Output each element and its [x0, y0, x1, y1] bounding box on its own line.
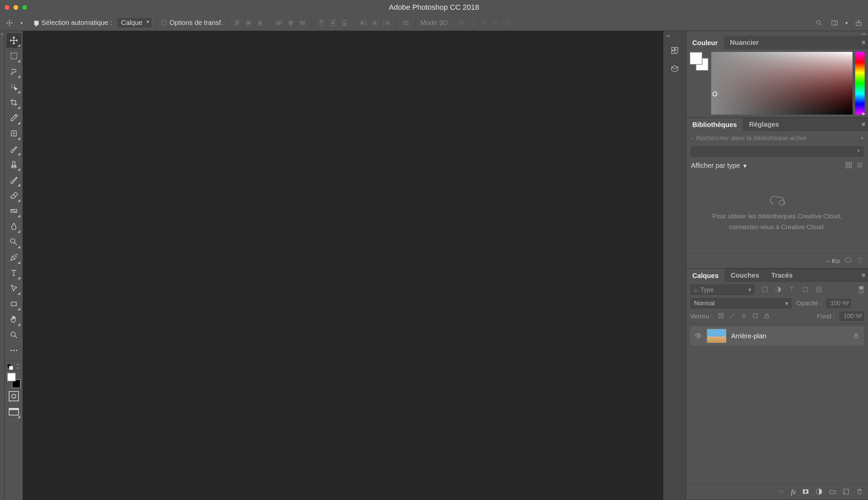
- align-bottom-icon[interactable]: [255, 18, 265, 27]
- tab-libraries[interactable]: Bibliothèques: [686, 117, 743, 131]
- distribute-top-icon[interactable]: [316, 18, 326, 27]
- align-vcenter-icon[interactable]: [244, 18, 253, 27]
- grid-view-icon[interactable]: [845, 161, 853, 170]
- lock-position-icon[interactable]: [741, 312, 747, 320]
- filter-smart-icon[interactable]: [815, 286, 823, 294]
- crop-tool[interactable]: [7, 95, 21, 110]
- tab-color[interactable]: Couleur: [686, 36, 724, 49]
- align-hcenter-icon[interactable]: [286, 18, 296, 27]
- screen-mode-button[interactable]: [7, 404, 21, 419]
- lock-transparent-icon[interactable]: [717, 312, 724, 320]
- auto-select-checkbox[interactable]: ✓ Sélection automatique :: [34, 19, 112, 27]
- opacity-input[interactable]: 100 %: [826, 299, 851, 308]
- color-fg-bg-swatch[interactable]: [690, 52, 709, 71]
- filter-pixel-icon[interactable]: [761, 286, 769, 294]
- collapse-panels-icon[interactable]: ‹‹: [663, 33, 670, 38]
- delete-layer-icon[interactable]: [856, 488, 863, 496]
- tab-layers[interactable]: Calques: [686, 269, 725, 282]
- library-search-input[interactable]: [696, 134, 859, 142]
- dodge-tool[interactable]: [7, 235, 21, 249]
- foreground-color-swatch[interactable]: [690, 52, 702, 65]
- quick-mask-button[interactable]: [7, 389, 21, 404]
- visibility-toggle-icon[interactable]: [695, 332, 702, 340]
- dockstrip-left[interactable]: ››: [0, 31, 5, 500]
- adjustment-layer-icon[interactable]: [815, 488, 823, 496]
- fill-input[interactable]: 100 %: [840, 312, 864, 321]
- tab-paths[interactable]: Tracés: [765, 269, 799, 282]
- lock-icon[interactable]: [853, 332, 859, 340]
- zoom-tool[interactable]: [7, 328, 21, 342]
- link-layers-icon[interactable]: [778, 488, 785, 496]
- 3d-pan-icon[interactable]: [479, 18, 489, 27]
- hand-tool[interactable]: [7, 312, 21, 327]
- lock-all-icon[interactable]: [764, 312, 770, 320]
- align-left-icon[interactable]: [275, 18, 284, 27]
- swap-colors-icon[interactable]: [15, 364, 21, 370]
- maximize-window-icon[interactable]: [22, 5, 27, 10]
- tab-adjustments[interactable]: Réglages: [743, 117, 785, 131]
- lasso-tool[interactable]: [7, 64, 21, 79]
- move-tool[interactable]: [7, 33, 21, 48]
- lock-artboard-icon[interactable]: [752, 312, 759, 320]
- distribute-bottom-icon[interactable]: [340, 18, 349, 27]
- distribute-left-icon[interactable]: [359, 18, 368, 27]
- layer-row[interactable]: Arrière-plan: [690, 326, 865, 346]
- marquee-tool[interactable]: [7, 48, 21, 63]
- chevron-down-icon[interactable]: ▾: [861, 136, 863, 140]
- type-tool[interactable]: [7, 265, 21, 280]
- layer-name[interactable]: Arrière-plan: [731, 332, 766, 340]
- transform-controls-checkbox[interactable]: Options de transf.: [162, 19, 223, 27]
- path-select-tool[interactable]: [7, 281, 21, 296]
- tool-preset-dropdown-icon[interactable]: ▾: [19, 18, 24, 27]
- eyedropper-tool[interactable]: [7, 111, 21, 125]
- cloud-sync-icon[interactable]: [844, 257, 852, 265]
- pen-tool[interactable]: [7, 250, 21, 265]
- 3d-slide-icon[interactable]: [491, 18, 500, 27]
- panel-menu-icon[interactable]: ≡: [861, 121, 865, 128]
- properties-panel-icon[interactable]: [669, 62, 681, 75]
- rectangle-shape-tool[interactable]: [7, 296, 21, 311]
- chevron-down-icon[interactable]: ▾: [845, 20, 848, 26]
- 3d-camera-icon[interactable]: [502, 18, 512, 27]
- clone-stamp-tool[interactable]: [7, 157, 21, 172]
- align-right-icon[interactable]: [298, 18, 307, 27]
- collapse-all-icon[interactable]: ››: [686, 31, 868, 36]
- canvas-area[interactable]: [23, 31, 663, 500]
- layer-style-icon[interactable]: fx: [791, 488, 796, 496]
- list-view-icon[interactable]: [856, 161, 863, 170]
- auto-select-target-select[interactable]: Calque: [117, 17, 152, 28]
- layer-group-icon[interactable]: [829, 488, 836, 496]
- edit-toolbar-button[interactable]: [7, 343, 21, 358]
- library-filter-dropdown[interactable]: Afficher par type ▾: [691, 162, 747, 170]
- panel-menu-icon[interactable]: ≡: [861, 39, 865, 46]
- distribute-hcenter-icon[interactable]: [370, 18, 380, 27]
- filter-type-icon[interactable]: [788, 286, 795, 294]
- gradient-tool[interactable]: [7, 204, 21, 218]
- history-brush-tool[interactable]: [7, 172, 21, 188]
- align-top-icon[interactable]: [232, 18, 242, 27]
- blend-mode-select[interactable]: Normal: [690, 298, 791, 308]
- blur-tool[interactable]: [7, 219, 21, 234]
- distribute-vcenter-icon[interactable]: [328, 18, 337, 27]
- default-colors-icon[interactable]: [7, 364, 13, 370]
- filter-toggle[interactable]: [859, 286, 864, 294]
- quick-select-tool[interactable]: [7, 80, 21, 94]
- filter-adjust-icon[interactable]: [775, 286, 782, 294]
- search-icon[interactable]: [814, 18, 824, 27]
- tab-swatches[interactable]: Nuancier: [724, 36, 765, 49]
- filter-shape-icon[interactable]: [802, 286, 809, 294]
- healing-brush-tool[interactable]: [7, 126, 21, 141]
- eraser-tool[interactable]: [7, 188, 21, 203]
- 3d-roll-icon[interactable]: [468, 18, 477, 27]
- layer-mask-icon[interactable]: [802, 488, 809, 496]
- 3d-orbit-icon[interactable]: [456, 18, 466, 27]
- auto-align-icon[interactable]: [401, 18, 410, 27]
- layer-thumbnail[interactable]: [707, 329, 726, 343]
- panel-menu-icon[interactable]: ≡: [861, 272, 865, 279]
- tab-channels[interactable]: Couches: [725, 269, 765, 282]
- close-window-icon[interactable]: [5, 5, 9, 10]
- library-select[interactable]: [691, 147, 863, 157]
- color-picker-field[interactable]: [711, 52, 853, 115]
- workspace-switcher-icon[interactable]: [830, 18, 839, 27]
- share-icon[interactable]: [854, 18, 863, 27]
